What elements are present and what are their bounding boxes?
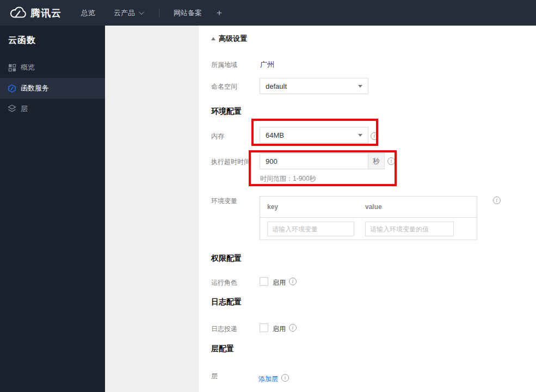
brand-text: 腾讯云 (30, 7, 61, 20)
function-config-form: 高级设置 所属地域 广州 命名空间 default 环境配置 内存 64MB i… (199, 26, 536, 392)
memory-info-icon[interactable]: i (371, 132, 378, 140)
timeout-range-hint: 时间范围：1-900秒 (260, 174, 316, 183)
layer-label: 层 (211, 372, 218, 381)
sidebar: 云函数 概览 函数服务 (0, 26, 105, 392)
namespace-selected-value: default (266, 82, 358, 90)
region-value: 广州 (260, 60, 274, 70)
nav-icp-record[interactable]: 网站备案 (174, 8, 202, 18)
layers-icon (8, 105, 16, 113)
memory-selected-value: 64MB (266, 131, 358, 139)
chevron-down-icon (358, 134, 362, 137)
triangle-up-icon (211, 37, 215, 40)
layer-info-icon[interactable]: i (281, 374, 289, 382)
chevron-down-icon (358, 85, 362, 88)
sidebar-item-label: 层 (21, 104, 28, 114)
envvar-key-header: key (267, 203, 365, 211)
secondary-panel (105, 26, 199, 392)
tencent-cloud-logo-icon (9, 7, 27, 20)
log-delivery-info-icon[interactable]: i (289, 324, 297, 332)
run-role-info-icon[interactable]: i (289, 278, 297, 285)
section-log-config: 日志配置 (211, 297, 242, 307)
memory-select[interactable]: 64MB (260, 127, 368, 143)
memory-label: 内存 (211, 132, 224, 141)
envvar-value-input[interactable] (365, 222, 454, 236)
namespace-label: 命名空间 (211, 82, 237, 91)
timeout-unit: 秒 (368, 153, 385, 169)
sidebar-item-function-service[interactable]: 函数服务 (0, 78, 105, 99)
scf-hexagon-icon (8, 84, 16, 93)
log-delivery-checkbox[interactable] (260, 323, 268, 332)
timeout-info-icon[interactable]: i (387, 157, 395, 165)
run-role-label: 运行角色 (211, 278, 237, 287)
run-role-checkbox[interactable] (260, 277, 268, 286)
sidebar-item-overview[interactable]: 概览 (0, 57, 105, 78)
grid-icon (8, 63, 16, 72)
timeout-input[interactable] (260, 153, 368, 169)
advanced-settings-label: 高级设置 (219, 34, 247, 44)
section-env-config: 环境配置 (211, 107, 242, 117)
section-layer-config: 层配置 (211, 344, 234, 354)
envvar-table: key value (260, 196, 477, 240)
region-label: 所属地域 (211, 60, 237, 70)
nav-overview[interactable]: 总览 (81, 8, 95, 18)
timeout-label: 执行超时时间 (211, 157, 250, 167)
sidebar-menu: 概览 函数服务 层 (0, 57, 105, 119)
add-layer-link[interactable]: 添加层 (258, 375, 278, 384)
nav-add-button[interactable]: + (217, 8, 222, 19)
tencent-cloud-brand[interactable]: 腾讯云 (9, 7, 61, 20)
run-role-enable-label: 启用 (273, 278, 286, 287)
nav-products[interactable]: 云产品 (114, 8, 143, 18)
sidebar-item-layer[interactable]: 层 (0, 99, 105, 119)
nav-products-label: 云产品 (114, 8, 135, 18)
section-permission-config: 权限配置 (211, 254, 242, 264)
envvar-table-row (260, 218, 477, 240)
log-delivery-label: 日志投递 (211, 324, 237, 334)
chevron-down-icon (139, 9, 144, 15)
advanced-settings-toggle[interactable]: 高级设置 (211, 34, 247, 44)
timeout-input-group: 秒 (260, 153, 385, 169)
envvar-value-header: value (365, 203, 382, 211)
envvar-info-icon[interactable]: i (493, 197, 501, 204)
envvar-label: 环境变量 (211, 197, 237, 206)
nav-divider (159, 8, 159, 18)
top-navbar: 腾讯云 总览 云产品 网站备案 + (0, 0, 536, 26)
sidebar-item-label: 概览 (21, 63, 35, 72)
envvar-table-header: key value (260, 197, 477, 218)
sidebar-item-label: 函数服务 (21, 83, 49, 93)
namespace-select[interactable]: default (260, 78, 368, 94)
envvar-key-input[interactable] (267, 222, 354, 236)
sidebar-title: 云函数 (8, 35, 36, 46)
log-delivery-enable-label: 启用 (273, 324, 286, 334)
